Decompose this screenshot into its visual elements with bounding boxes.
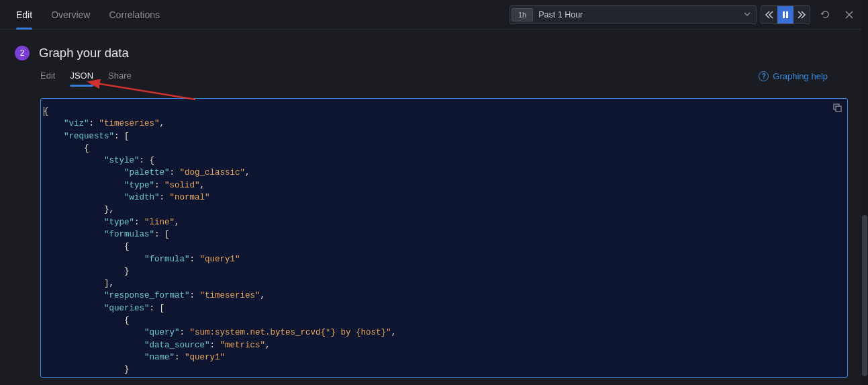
playback-controls <box>761 5 810 24</box>
step-number-badge: 2 <box>15 46 30 60</box>
subtab-json[interactable]: JSON <box>70 67 93 85</box>
graphing-help-link[interactable]: ? Graphing help <box>759 71 828 81</box>
tab-edit[interactable]: Edit <box>16 0 32 30</box>
step-header: 2 Graph your data <box>0 30 868 67</box>
top-tabs: Edit Overview Correlations <box>9 0 160 30</box>
tab-overview[interactable]: Overview <box>51 0 90 30</box>
graphing-help-label: Graphing help <box>773 71 828 81</box>
pause-button[interactable] <box>777 6 793 24</box>
forward-button[interactable] <box>793 6 810 24</box>
refresh-button[interactable] <box>816 5 834 24</box>
time-range-label: Past 1 Hour <box>538 10 740 19</box>
time-range-picker[interactable]: 1h Past 1 Hour <box>510 5 757 24</box>
subtab-edit[interactable]: Edit <box>40 67 55 85</box>
scrollbar-thumb[interactable] <box>862 215 867 376</box>
tab-correlations[interactable]: Correlations <box>109 0 159 30</box>
sub-tabs-row: Edit JSON Share ? Graphing help <box>0 67 868 90</box>
svg-rect-4 <box>836 106 841 112</box>
rewind-button[interactable] <box>761 6 777 24</box>
json-editor[interactable]: { "viz": "timeseries", "requests": [ { "… <box>40 98 848 378</box>
time-range-badge: 1h <box>512 8 533 22</box>
chevron-down-icon <box>740 9 755 19</box>
svg-rect-1 <box>786 11 788 18</box>
json-code[interactable]: { "viz": "timeseries", "requests": [ { "… <box>44 105 839 376</box>
top-bar: Edit Overview Correlations 1h Past 1 Hou… <box>0 0 868 30</box>
svg-rect-0 <box>783 11 785 18</box>
close-button[interactable] <box>840 5 859 24</box>
sub-tabs: Edit JSON Share <box>40 67 132 85</box>
help-icon: ? <box>759 71 769 81</box>
page-scrollbar[interactable] <box>861 0 868 385</box>
step-title: Graph your data <box>39 46 129 60</box>
subtab-share[interactable]: Share <box>108 67 132 85</box>
copy-icon[interactable] <box>832 103 842 114</box>
json-editor-container: { "viz": "timeseries", "requests": [ { "… <box>0 90 868 378</box>
